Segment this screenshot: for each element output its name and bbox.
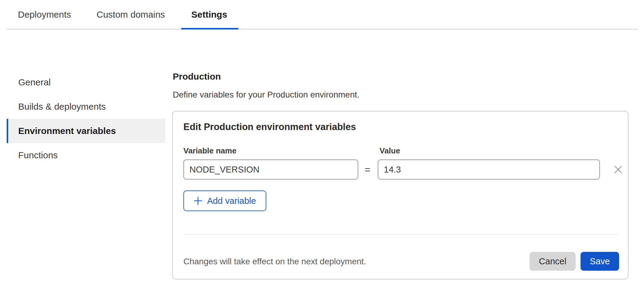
remove-variable-button[interactable]: [612, 163, 624, 176]
section-description: Define variables for your Production env…: [173, 89, 359, 101]
cancel-button[interactable]: Cancel: [530, 252, 576, 271]
equals-sign: =: [362, 159, 373, 180]
add-variable-button[interactable]: Add variable: [183, 190, 266, 211]
variable-value-input[interactable]: [378, 159, 600, 180]
environment-variables-card: Edit Production environment variables Va…: [172, 111, 629, 279]
sidebar-item-builds-deployments[interactable]: Builds & deployments: [7, 94, 165, 119]
variable-name-input[interactable]: [183, 159, 358, 180]
tab-settings[interactable]: Settings: [191, 0, 227, 29]
settings-sidebar: General Builds & deployments Environment…: [7, 70, 165, 167]
sidebar-item-general[interactable]: General: [7, 70, 165, 94]
tab-deployments[interactable]: Deployments: [18, 0, 71, 29]
close-icon: [613, 165, 623, 174]
add-variable-label: Add variable: [207, 196, 256, 206]
value-label: Value: [380, 146, 400, 156]
card-divider: [183, 234, 618, 235]
section-title: Production: [173, 70, 221, 83]
card-title: Edit Production environment variables: [183, 121, 356, 133]
save-button[interactable]: Save: [581, 252, 619, 271]
variable-name-label: Variable name: [183, 146, 237, 156]
tab-bar: Deployments Custom domains Settings: [6, 0, 638, 29]
sidebar-item-environment-variables[interactable]: Environment variables: [7, 119, 165, 143]
plus-icon: [194, 197, 202, 205]
deployment-note: Changes will take effect on the next dep…: [183, 256, 366, 267]
tab-custom-domains[interactable]: Custom domains: [97, 0, 165, 29]
active-tab-underline: [181, 28, 238, 29]
sidebar-item-functions[interactable]: Functions: [7, 143, 165, 167]
